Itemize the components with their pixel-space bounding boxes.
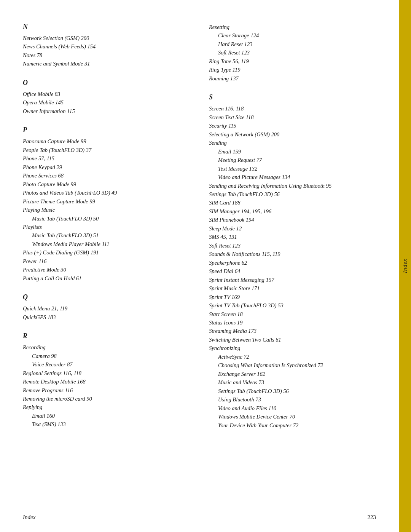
list-item: Plus (+) Code Dialing (GSM) 191 <box>23 248 194 257</box>
list-item: Numeric and Symbol Mode 31 <box>23 59 194 68</box>
index-section: ResettingClear Storage 124Hard Reset 123… <box>209 23 380 83</box>
list-item: Resetting <box>209 23 380 31</box>
list-item: Choosing What Information Is Synchronize… <box>209 361 380 369</box>
list-item: Sprint Instant Messaging 157 <box>209 276 380 284</box>
list-item: Putting a Call On Hold 61 <box>23 274 194 283</box>
list-item: Text Message 132 <box>209 165 380 173</box>
list-item: Music Tab (TouchFLO 3D) 50 <box>23 214 194 223</box>
section-letter: P <box>23 126 194 134</box>
list-item: Sprint TV 169 <box>209 293 380 301</box>
list-item: Phone Keypad 29 <box>23 163 194 171</box>
list-item: QuickGPS 183 <box>23 313 194 321</box>
right-column: ResettingClear Storage 124Hard Reset 123… <box>209 23 380 509</box>
list-item: News Channels (Web Feeds) 154 <box>23 42 194 51</box>
list-item: Ring Type 119 <box>209 66 380 74</box>
side-tab: Index <box>399 0 411 532</box>
content-area: NNetwork Selection (GSM) 200News Channel… <box>0 0 399 532</box>
list-item: Music and Videos 73 <box>209 378 380 387</box>
list-item: Sending and Receiving Information Using … <box>209 182 380 190</box>
list-item: Your Device With Your Computer 72 <box>209 421 380 430</box>
index-section: QQuick Menu 21, 119QuickGPS 183 <box>23 293 194 321</box>
list-item: SIM Card 188 <box>209 198 380 207</box>
list-item: Photo Capture Mode 99 <box>23 180 194 189</box>
list-item: Sending <box>209 139 380 147</box>
list-item: Remote Desktop Mobile 168 <box>23 377 194 386</box>
list-item: Roaming 137 <box>209 74 380 83</box>
list-item: Office Mobile 83 <box>23 90 194 98</box>
list-item: Settings Tab (TouchFLO 3D) 56 <box>209 190 380 198</box>
list-item: Video and Picture Messages 134 <box>209 173 380 181</box>
list-item: Soft Reset 123 <box>209 241 380 250</box>
list-item: Opera Mobile 145 <box>23 98 194 107</box>
list-item: Windows Media Player Mobile 111 <box>23 240 194 248</box>
index-section: SScreen 116, 118Screen Text Size 118Secu… <box>209 93 380 430</box>
page-container: Index NNetwork Selection (GSM) 200News C… <box>0 0 411 532</box>
list-item: Email 159 <box>209 147 380 156</box>
list-item: SMS 45, 131 <box>209 233 380 241</box>
list-item: Synchronizing <box>209 344 380 352</box>
list-item: Playing Music <box>23 206 194 214</box>
list-item: Regional Settings 116, 118 <box>23 369 194 377</box>
list-item: Streaming Media 173 <box>209 327 380 335</box>
list-item: Start Screen 18 <box>209 310 380 318</box>
list-item: Power 116 <box>23 257 194 265</box>
index-section: NNetwork Selection (GSM) 200News Channel… <box>23 23 194 68</box>
list-item: Switching Between Two Calls 61 <box>209 335 380 344</box>
list-item: People Tab (TouchFLO 3D) 37 <box>23 146 194 154</box>
list-item: Replying <box>23 403 194 411</box>
list-item: Network Selection (GSM) 200 <box>23 34 194 42</box>
list-item: Notes 78 <box>23 51 194 59</box>
list-item: Meeting Request 77 <box>209 156 380 164</box>
list-item: Sprint TV Tab (TouchFLO 3D) 53 <box>209 301 380 310</box>
page-footer: Index 223 <box>0 514 399 521</box>
list-item: Speakerphone 62 <box>209 259 380 267</box>
list-item: Email 160 <box>23 412 194 420</box>
list-item: Speed Dial 64 <box>209 267 380 275</box>
list-item: Recording <box>23 343 194 351</box>
list-item: Exchange Server 162 <box>209 370 380 378</box>
list-item: Removing the microSD card 90 <box>23 395 194 403</box>
list-item: Hard Reset 123 <box>209 40 380 48</box>
list-item: Quick Menu 21, 119 <box>23 304 194 313</box>
list-item: Text (SMS) 133 <box>23 420 194 428</box>
list-item: Sounds & Notifications 115, 119 <box>209 250 380 258</box>
list-item: Ring Tone 56, 119 <box>209 57 380 66</box>
list-item: Security 115 <box>209 121 380 130</box>
list-item: Remove Programs 116 <box>23 386 194 395</box>
list-item: Owner Information 115 <box>23 107 194 115</box>
list-item: Photos and Videos Tab (TouchFLO 3D) 49 <box>23 189 194 197</box>
section-letter: O <box>23 79 194 87</box>
list-item: ActiveSync 72 <box>209 353 380 361</box>
list-item: Windows Mobile Device Center 70 <box>209 412 380 421</box>
list-item: Voice Recorder 87 <box>23 360 194 369</box>
list-item: Selecting a Network (GSM) 200 <box>209 130 380 139</box>
list-item: Picture Theme Capture Mode 99 <box>23 197 194 206</box>
section-letter: R <box>23 332 194 340</box>
list-item: SIM Phonebook 194 <box>209 216 380 224</box>
list-item: Sleep Mode 12 <box>209 224 380 233</box>
list-item: Panorama Capture Mode 99 <box>23 137 194 145</box>
list-item: Using Bluetooth 73 <box>209 395 380 404</box>
list-item: Video and Audio Files 110 <box>209 404 380 412</box>
list-item: Playlists <box>23 223 194 231</box>
list-item: Phone Services 68 <box>23 171 194 180</box>
list-item: Status Icons 19 <box>209 318 380 327</box>
index-section: RRecordingCamera 98Voice Recorder 87Regi… <box>23 332 194 429</box>
list-item: Screen Text Size 118 <box>209 113 380 121</box>
list-item: SIM Manager 194, 195, 196 <box>209 207 380 216</box>
index-section: OOffice Mobile 83Opera Mobile 145Owner I… <box>23 79 194 115</box>
list-item: Soft Reset 123 <box>209 48 380 57</box>
list-item: Sprint Music Store 171 <box>209 284 380 292</box>
footer-index-label: Index <box>23 514 35 521</box>
section-letter: S <box>209 93 380 101</box>
list-item: Clear Storage 124 <box>209 31 380 40</box>
footer-page-number: 223 <box>368 514 376 521</box>
side-tab-label: Index <box>402 259 408 273</box>
section-letter: Q <box>23 293 194 301</box>
index-section: PPanorama Capture Mode 99People Tab (Tou… <box>23 126 194 283</box>
list-item: Screen 116, 118 <box>209 104 380 113</box>
list-item: Settings Tab (TouchFLO 3D) 56 <box>209 387 380 395</box>
list-item: Music Tab (TouchFLO 3D) 51 <box>23 231 194 240</box>
list-item: Camera 98 <box>23 352 194 360</box>
list-item: Phone 57, 115 <box>23 154 194 163</box>
